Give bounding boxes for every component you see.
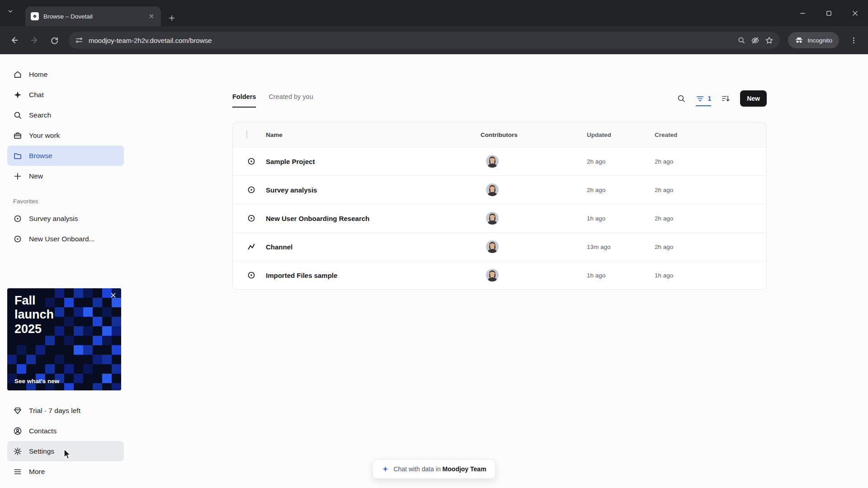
app-window: Home Chat Search Your work Browse (0, 54, 868, 488)
channel-chart-icon (233, 242, 262, 251)
row-created: 2h ago (652, 244, 766, 250)
sidebar-item-chat[interactable]: Chat (7, 84, 124, 105)
target-icon (13, 214, 22, 223)
back-button[interactable] (5, 31, 24, 49)
column-header-name[interactable]: Name (262, 131, 477, 138)
tab-search-chevron-icon[interactable] (7, 8, 14, 14)
table-row-survey-analysis[interactable]: Survey analysis 2h ago 2h ago (233, 175, 766, 204)
table-row-imported-files-sample[interactable]: Imported Files sample 1h ago 1h ago (233, 261, 766, 289)
project-target-icon (233, 157, 262, 166)
row-name: Sample Project (262, 158, 477, 165)
contributor-avatar (486, 155, 499, 168)
select-all-checkbox[interactable] (246, 130, 247, 139)
sidebar-item-more[interactable]: More (7, 461, 124, 482)
team-name: Moodjoy Team (443, 465, 486, 473)
reload-button[interactable] (45, 31, 63, 49)
row-name: Survey analysis (262, 186, 477, 194)
column-header-created[interactable]: Created (652, 131, 766, 138)
row-created: 1h ago (652, 272, 766, 279)
favorite-item-new-user-onboarding[interactable]: New User Onboard... (7, 229, 124, 249)
sidebar-item-browse[interactable]: Browse (7, 145, 124, 166)
row-updated: 13m ago (585, 244, 652, 250)
site-info-icon[interactable] (75, 36, 83, 44)
incognito-badge[interactable]: Incognito (788, 32, 839, 48)
plus-icon (13, 172, 22, 181)
hamburger-menu-icon (13, 467, 22, 476)
sidebar-item-label: Search (29, 111, 51, 119)
content-tabs: Folders Created by you 1 Ne (232, 93, 767, 108)
sidebar-item-settings[interactable]: Settings (7, 441, 124, 461)
promo-card-fall-launch[interactable]: Fall launch 2025 See what's new (7, 288, 121, 390)
contributor-avatar (486, 183, 499, 196)
sidebar-item-label: Your work (29, 131, 60, 140)
sidebar-item-home[interactable]: Home (7, 64, 124, 84)
sidebar-item-label: Chat (29, 91, 44, 99)
content-controls: 1 New (677, 90, 767, 107)
filter-button[interactable]: 1 (696, 94, 711, 106)
table-row-new-user-onboarding-research[interactable]: New User Onboarding Research 1h ago 2h a… (233, 204, 766, 232)
filter-count-badge: 1 (708, 95, 711, 102)
tab-created-by-you[interactable]: Created by you (269, 93, 313, 108)
sidebar-item-contacts[interactable]: Contacts (7, 421, 124, 441)
project-target-icon (233, 185, 262, 194)
sidebar-item-label: More (29, 468, 45, 476)
tab-folders[interactable]: Folders (232, 93, 256, 108)
sort-icon[interactable] (721, 94, 730, 103)
table-row-sample-project[interactable]: Sample Project 2h ago 2h ago (233, 147, 766, 175)
promo-close-icon[interactable] (110, 292, 116, 298)
gem-icon (13, 406, 22, 415)
window-maximize-button[interactable] (816, 0, 842, 26)
row-created: 2h ago (652, 187, 766, 193)
window-controls (789, 0, 868, 26)
zoom-icon[interactable] (737, 36, 745, 44)
row-created: 2h ago (652, 158, 766, 165)
table-row-channel[interactable]: Channel 13m ago 2h ago (233, 232, 766, 261)
incognito-icon (795, 36, 803, 45)
search-icon[interactable] (677, 94, 686, 103)
new-tab-button[interactable] (168, 14, 175, 22)
column-header-contributors[interactable]: Contributors (477, 131, 585, 138)
row-name: Imported Files sample (262, 272, 477, 279)
sidebar-item-label: Contacts (29, 427, 57, 435)
project-target-icon (233, 214, 262, 223)
sparkle-icon (13, 90, 22, 99)
main-content: Folders Created by you 1 Ne (131, 54, 868, 488)
row-name: New User Onboarding Research (262, 215, 477, 222)
project-target-icon (233, 271, 262, 280)
browser-tab[interactable]: Browse – Dovetail (25, 6, 161, 26)
row-updated: 1h ago (585, 272, 652, 279)
person-circle-icon (13, 427, 22, 436)
search-icon (13, 111, 22, 120)
home-icon (13, 70, 22, 79)
sidebar-item-label: Settings (29, 447, 54, 455)
briefcase-icon (13, 131, 22, 140)
gear-icon (13, 447, 22, 456)
column-header-updated[interactable]: Updated (585, 131, 652, 138)
incognito-label: Incognito (807, 37, 832, 44)
bookmark-star-icon[interactable] (765, 36, 774, 45)
sidebar-item-new[interactable]: New (7, 166, 124, 186)
forward-button[interactable] (25, 31, 43, 49)
folder-icon (13, 151, 22, 160)
window-minimize-button[interactable] (789, 0, 816, 26)
favorite-item-label: New User Onboard... (29, 235, 95, 243)
promo-cta-link[interactable]: See what's new (14, 378, 59, 385)
row-updated: 1h ago (585, 215, 652, 222)
window-close-button[interactable] (842, 0, 868, 26)
sidebar-item-your-work[interactable]: Your work (7, 125, 124, 145)
sidebar-item-label: Trial · 7 days left (29, 407, 80, 415)
browser-titlebar: Browse – Dovetail (0, 0, 868, 26)
sidebar: Home Chat Search Your work Browse (0, 54, 131, 488)
eye-off-icon[interactable] (751, 36, 760, 45)
sidebar-item-label: Home (29, 70, 47, 79)
favorite-item-survey-analysis[interactable]: Survey analysis (7, 208, 124, 229)
sidebar-item-search[interactable]: Search (7, 105, 124, 125)
sidebar-item-trial[interactable]: Trial · 7 days left (7, 400, 124, 421)
address-bar[interactable]: moodjoy-team-2h2v.dovetail.com/browse (69, 32, 780, 49)
row-updated: 2h ago (585, 187, 652, 193)
chat-with-data-pill[interactable]: Chat with data in Moodjoy Team (372, 459, 495, 479)
browser-menu-icon[interactable] (844, 31, 863, 49)
tab-close-icon[interactable] (146, 11, 156, 21)
new-button[interactable]: New (740, 90, 767, 107)
contributor-avatar (486, 240, 499, 253)
